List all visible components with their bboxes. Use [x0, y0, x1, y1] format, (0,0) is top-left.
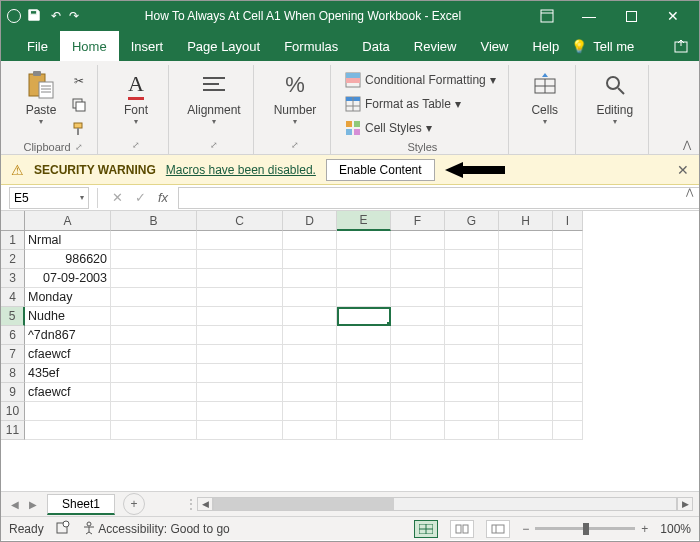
cell[interactable] — [553, 402, 583, 421]
cell[interactable] — [197, 364, 283, 383]
tab-insert[interactable]: Insert — [119, 31, 176, 61]
security-message[interactable]: Macros have been disabled. — [166, 163, 316, 177]
cell[interactable] — [445, 402, 499, 421]
tab-file[interactable]: File — [15, 31, 60, 61]
number-launcher[interactable]: ⤢ — [291, 140, 299, 150]
page-break-view-button[interactable] — [486, 520, 510, 538]
cell[interactable]: Nrmal — [25, 231, 111, 250]
cell[interactable] — [391, 345, 445, 364]
cut-button[interactable]: ✂ — [69, 71, 89, 91]
minimize-button[interactable]: — — [569, 2, 609, 30]
close-button[interactable]: ✕ — [653, 2, 693, 30]
format-as-table-button[interactable]: Format as Table ▾ — [345, 93, 465, 115]
tab-review[interactable]: Review — [402, 31, 469, 61]
ribbon-display-icon[interactable] — [527, 2, 567, 30]
cell-styles-button[interactable]: Cell Styles ▾ — [345, 117, 436, 139]
row-header[interactable]: 7 — [1, 345, 25, 364]
tell-me[interactable]: 💡 Tell me — [571, 31, 634, 61]
accessibility-status[interactable]: Accessibility: Good to go — [82, 521, 230, 536]
tab-data[interactable]: Data — [350, 31, 401, 61]
cell[interactable]: cfaewcf — [25, 345, 111, 364]
cell[interactable] — [499, 402, 553, 421]
scroll-left-button[interactable]: ◀ — [197, 497, 213, 511]
row-header[interactable]: 3 — [1, 269, 25, 288]
col-header[interactable]: F — [391, 211, 445, 231]
col-header[interactable]: A — [25, 211, 111, 231]
font-button[interactable]: A Font ▾ — [112, 69, 160, 126]
cell[interactable] — [111, 345, 197, 364]
cell[interactable] — [111, 402, 197, 421]
cell[interactable] — [499, 383, 553, 402]
cell[interactable] — [445, 288, 499, 307]
cell[interactable] — [337, 345, 391, 364]
cell[interactable] — [111, 269, 197, 288]
cell[interactable] — [197, 326, 283, 345]
save-icon[interactable] — [27, 8, 41, 25]
cell[interactable] — [111, 383, 197, 402]
cell[interactable] — [445, 250, 499, 269]
enter-formula-button[interactable]: ✓ — [129, 190, 152, 205]
cell[interactable] — [283, 288, 337, 307]
zoom-in-button[interactable]: + — [641, 522, 648, 536]
cell[interactable] — [337, 288, 391, 307]
cell[interactable] — [499, 364, 553, 383]
cell[interactable] — [553, 288, 583, 307]
format-painter-button[interactable] — [69, 119, 89, 139]
cell[interactable] — [337, 383, 391, 402]
cell[interactable] — [391, 421, 445, 440]
autosave-icon[interactable] — [7, 9, 21, 23]
row-header[interactable]: 10 — [1, 402, 25, 421]
alignment-button[interactable]: Alignment ▾ — [183, 69, 245, 126]
cell[interactable] — [283, 231, 337, 250]
cell[interactable] — [391, 326, 445, 345]
col-header[interactable]: E — [337, 211, 391, 231]
sheet-tab[interactable]: Sheet1 — [47, 494, 115, 515]
maximize-button[interactable] — [611, 2, 651, 30]
sheet-nav-prev[interactable]: ◀ — [11, 499, 19, 510]
cell[interactable] — [25, 421, 111, 440]
macro-record-icon[interactable] — [56, 520, 70, 537]
cell[interactable] — [283, 402, 337, 421]
cell[interactable] — [445, 345, 499, 364]
cell[interactable] — [283, 269, 337, 288]
cell[interactable] — [197, 345, 283, 364]
chevron-down-icon[interactable]: ▾ — [80, 193, 84, 202]
spreadsheet-grid[interactable]: ABCDEFGHI1Nrmal2986620307-09-20034Monday… — [1, 211, 699, 491]
col-header[interactable]: G — [445, 211, 499, 231]
tab-home[interactable]: Home — [60, 31, 119, 61]
collapse-ribbon-button[interactable]: ⋀ — [683, 139, 691, 150]
row-header[interactable]: 2 — [1, 250, 25, 269]
tab-formulas[interactable]: Formulas — [272, 31, 350, 61]
zoom-out-button[interactable]: − — [522, 522, 529, 536]
cell[interactable] — [445, 364, 499, 383]
cell[interactable] — [391, 364, 445, 383]
alignment-launcher[interactable]: ⤢ — [210, 140, 218, 150]
cell[interactable] — [391, 231, 445, 250]
scroll-right-button[interactable]: ▶ — [677, 497, 693, 511]
tab-view[interactable]: View — [468, 31, 520, 61]
sheet-nav-next[interactable]: ▶ — [29, 499, 37, 510]
cell[interactable] — [283, 383, 337, 402]
cell[interactable] — [283, 421, 337, 440]
cell[interactable] — [337, 231, 391, 250]
undo-icon[interactable]: ↶ — [51, 9, 61, 23]
cell[interactable] — [499, 231, 553, 250]
cell[interactable]: cfaewcf — [25, 383, 111, 402]
cell[interactable] — [197, 421, 283, 440]
cell[interactable] — [499, 326, 553, 345]
cell[interactable] — [445, 269, 499, 288]
cell[interactable] — [197, 269, 283, 288]
row-header[interactable]: 1 — [1, 231, 25, 250]
cell[interactable] — [111, 326, 197, 345]
col-header[interactable]: C — [197, 211, 283, 231]
cell[interactable] — [553, 231, 583, 250]
row-header[interactable]: 5 — [1, 307, 25, 326]
cell[interactable]: ^7dn867 — [25, 326, 111, 345]
cell[interactable]: 435ef — [25, 364, 111, 383]
cell[interactable] — [553, 345, 583, 364]
cell[interactable] — [553, 421, 583, 440]
cell[interactable] — [445, 421, 499, 440]
cell[interactable] — [445, 231, 499, 250]
row-header[interactable]: 8 — [1, 364, 25, 383]
name-box[interactable]: E5 ▾ — [9, 187, 89, 209]
